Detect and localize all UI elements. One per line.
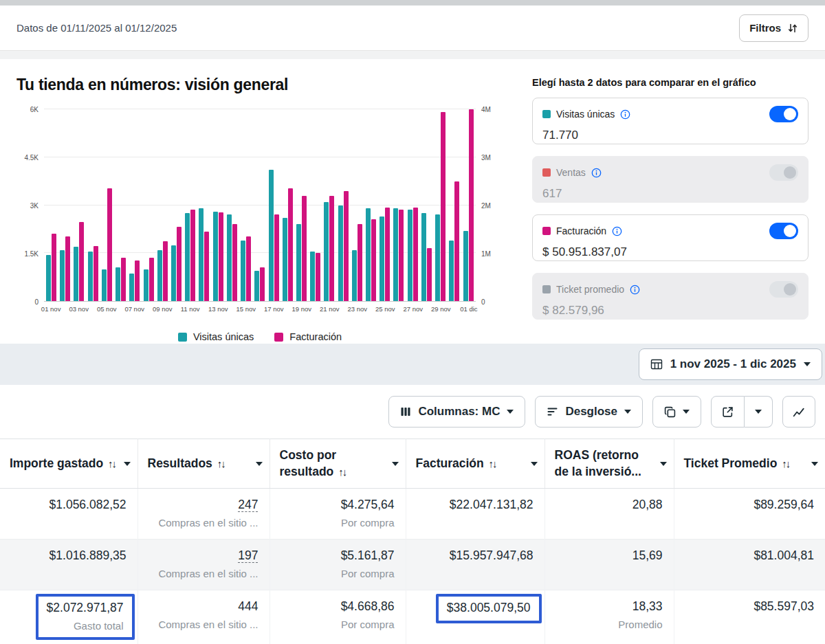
export-icon: [722, 406, 734, 418]
bar-facturacion: [288, 188, 293, 301]
column-header-ticket-promedio[interactable]: Ticket Promedio ↑↓: [674, 439, 825, 489]
export-menu-button[interactable]: [745, 396, 773, 428]
bar-visitas-unicas: [283, 218, 287, 301]
column-menu-caret[interactable]: [531, 462, 538, 466]
metric-label: Facturación: [556, 225, 606, 236]
section-divider: [0, 51, 825, 59]
column-menu-caret[interactable]: [392, 462, 399, 466]
bar-group: [296, 109, 307, 301]
chart-legend: Visitas únicasFacturación: [44, 331, 476, 342]
bar-visitas-unicas: [324, 202, 329, 301]
metric-card-ventas: Ventas617: [532, 156, 808, 203]
column-header-roas-retorno-de-la-inversio[interactable]: ROAS (retorno de la inversió...: [544, 439, 674, 489]
info-icon[interactable]: [630, 285, 640, 295]
info-icon[interactable]: [591, 168, 602, 178]
column-menu-caret[interactable]: [256, 462, 263, 466]
x-axis-label: 25 nov: [375, 305, 395, 313]
bar-facturacion: [121, 258, 126, 301]
bar-visitas-unicas: [157, 250, 162, 301]
column-header-facturacion[interactable]: Facturación ↑↓: [406, 439, 544, 489]
overview-chart: 01.5K3K4.5K6K 01M2M3M4M 01 nov03 nov05 n…: [16, 105, 500, 342]
chevron-down-icon: [755, 410, 762, 414]
line-chart-icon: [793, 406, 805, 418]
cell-subtext: Por compra: [281, 568, 395, 579]
info-icon[interactable]: [620, 109, 630, 120]
calendar-grid-icon: [650, 358, 663, 370]
metric-card-header: Visitas únicas: [542, 106, 798, 122]
column-menu-caret[interactable]: [660, 462, 667, 466]
metric-toggle[interactable]: [769, 223, 798, 239]
sort-icon[interactable]: ↑↓: [489, 458, 496, 469]
cell-subtext: Promedio: [556, 619, 663, 630]
toggle-knob: [784, 283, 796, 296]
chart-y-right: 01M2M3M4M: [476, 109, 500, 302]
date-range-picker[interactable]: 1 nov 2025 - 1 dic 2025: [639, 348, 822, 380]
bar-visitas-unicas: [171, 245, 176, 301]
cell-value: 20,88: [556, 498, 663, 512]
bar-group: [338, 109, 349, 301]
bar-group: [227, 109, 237, 301]
export-button[interactable]: [711, 396, 745, 428]
column-header-importe-gastado[interactable]: Importe gastado ↑↓: [0, 439, 138, 489]
sort-icon[interactable]: ↑↓: [217, 458, 225, 469]
cell-value[interactable]: 197: [149, 548, 258, 563]
column-label: Facturación ↑↓: [416, 456, 496, 470]
x-axis-label: 11 nov: [181, 305, 200, 313]
metric-toggle[interactable]: [769, 106, 798, 122]
cell-subtext: Compras en el sitio ...: [149, 517, 258, 529]
column-header-resultados[interactable]: Resultados ↑↓: [138, 439, 270, 489]
bar-visitas-unicas: [144, 269, 148, 302]
breakdown-button[interactable]: Desglose: [535, 396, 643, 428]
bar-visitas-unicas: [463, 231, 468, 301]
metric-card-header: Ticket promedio: [542, 281, 798, 298]
metric-label: Visitas únicas: [556, 109, 615, 120]
bar-group: [463, 109, 474, 301]
x-axis-label: 01 dic: [460, 305, 477, 313]
bar-group: [74, 109, 84, 301]
overview-section: Tu tienda en números: visión general 01.…: [0, 59, 825, 344]
bar-group: [157, 109, 168, 301]
cell-subtext: Por compra: [281, 619, 395, 630]
metric-toggle[interactable]: [769, 281, 798, 298]
cell-value[interactable]: 247: [149, 498, 258, 512]
bar-facturacion: [219, 212, 223, 301]
duplicate-button[interactable]: [652, 396, 701, 428]
bar-facturacion: [232, 224, 237, 301]
bar-facturacion: [385, 208, 390, 301]
column-menu-caret[interactable]: [124, 462, 131, 466]
info-icon[interactable]: [612, 226, 622, 236]
toggle-knob: [784, 166, 796, 179]
bar-facturacion: [358, 224, 362, 301]
metric-toggle[interactable]: [769, 164, 798, 181]
metric-card-ticket-promedio: Ticket promedio$ 82.579,96: [532, 273, 808, 320]
metric-value: $ 50.951.837,07: [542, 245, 798, 259]
column-header-costo-por-resultado[interactable]: Costo por resultado ↑↓: [270, 439, 406, 489]
sort-icon[interactable]: ↑↓: [108, 458, 116, 469]
sort-icon[interactable]: ↑↓: [338, 466, 346, 478]
bar-group: [254, 109, 265, 301]
metric-label: Ticket promedio: [556, 284, 624, 295]
table-cell: $85.597,03: [674, 590, 825, 644]
cell-value: $89.259,64: [685, 498, 815, 512]
chevron-down-icon: [683, 410, 690, 414]
bar-facturacion: [302, 196, 307, 301]
chevron-down-icon: [624, 410, 631, 414]
bar-group: [213, 109, 223, 301]
columns-button[interactable]: Columnas: MC: [388, 396, 525, 428]
bar-group: [144, 109, 154, 301]
chevron-down-icon: [507, 410, 514, 414]
bar-group: [241, 109, 251, 301]
filters-button[interactable]: Filtros: [739, 14, 808, 42]
x-axis-label: 15 nov: [236, 305, 256, 313]
cell-subtext: Compras en el sitio ...: [149, 619, 258, 630]
sort-icon[interactable]: ↑↓: [782, 458, 789, 469]
metric-card-visitas-unicas: Visitas únicas71.770: [532, 98, 808, 144]
bar-visitas-unicas: [435, 214, 440, 301]
cell-value: 444: [149, 599, 258, 614]
cell-value: $81.004,81: [685, 548, 815, 563]
charts-button[interactable]: [782, 396, 815, 428]
metric-card-list: Visitas únicas71.770Ventas617Facturación…: [532, 98, 808, 320]
bar-facturacion: [413, 208, 418, 301]
chart-plot-area: [44, 109, 476, 302]
column-menu-caret[interactable]: [811, 462, 818, 466]
